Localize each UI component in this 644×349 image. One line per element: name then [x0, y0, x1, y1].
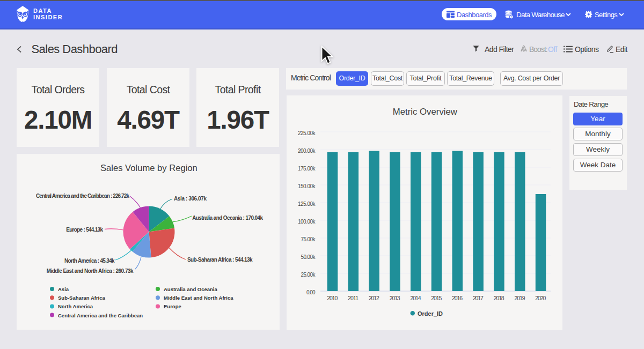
svg-text:Sub-Saharan Africa: Sub-Saharan Africa [58, 295, 106, 301]
svg-text:Middle East and North Africa :: Middle East and North Africa : 260.73k [47, 268, 134, 274]
svg-text:125.00k: 125.00k [298, 201, 316, 207]
svg-text:2012: 2012 [369, 295, 379, 301]
svg-text:Sub-Saharan Africa : 544.13k: Sub-Saharan Africa : 544.13k [187, 257, 253, 263]
svg-text:Order_ID: Order_ID [418, 310, 443, 317]
svg-text:Metric Overview: Metric Overview [393, 107, 458, 117]
svg-text:North America : 45.34k: North America : 45.34k [64, 258, 115, 264]
svg-text:150.00k: 150.00k [298, 183, 316, 189]
svg-text:200.00k: 200.00k [298, 148, 316, 154]
svg-text:Central America and the Caribb: Central America and the Caribbean : 226.… [36, 193, 129, 199]
svg-text:2018: 2018 [494, 295, 504, 301]
svg-text:North America: North America [58, 303, 93, 309]
svg-text:2020: 2020 [535, 295, 546, 301]
svg-text:Asia: Asia [58, 286, 69, 292]
svg-text:2010: 2010 [327, 295, 338, 301]
svg-text:Europe : 544.13k: Europe : 544.13k [66, 227, 103, 233]
svg-text:2019: 2019 [515, 295, 525, 301]
svg-text:Middle East and North Africa: Middle East and North Africa [164, 295, 233, 301]
svg-text:Sales Volume by Region: Sales Volume by Region [100, 163, 197, 173]
svg-text:Australia and Oceania : 170.04: Australia and Oceania : 170.04k [192, 215, 263, 221]
svg-text:0.00: 0.00 [306, 289, 316, 295]
svg-text:Asia : 306.07k: Asia : 306.07k [174, 196, 207, 202]
svg-text:2015: 2015 [431, 295, 442, 301]
svg-text:Australia and Oceania: Australia and Oceania [164, 286, 218, 292]
svg-text:225.00k: 225.00k [298, 130, 316, 136]
svg-text:2016: 2016 [452, 295, 463, 301]
svg-text:25.00k: 25.00k [301, 272, 316, 278]
svg-text:2013: 2013 [390, 295, 400, 301]
svg-text:75.00k: 75.00k [301, 236, 316, 242]
svg-text:Central America and the Caribb: Central America and the Caribbean [58, 313, 143, 318]
svg-text:175.00k: 175.00k [298, 166, 316, 172]
svg-text:100.00k: 100.00k [298, 219, 316, 225]
svg-text:50.00k: 50.00k [301, 254, 316, 260]
svg-text:2017: 2017 [473, 295, 484, 301]
svg-text:Europe: Europe [164, 303, 181, 309]
svg-text:2014: 2014 [411, 295, 421, 301]
svg-text:2011: 2011 [348, 295, 358, 301]
